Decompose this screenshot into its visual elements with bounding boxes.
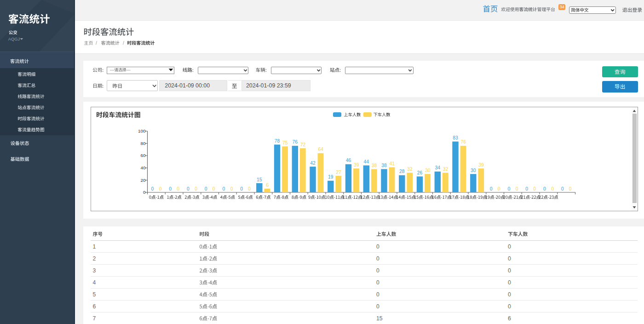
- svg-text:0: 0: [187, 186, 190, 191]
- svg-text:0: 0: [507, 186, 510, 191]
- svg-text:0: 0: [205, 186, 207, 191]
- svg-text:0: 0: [498, 186, 500, 191]
- svg-text:0: 0: [569, 186, 572, 191]
- svg-text:0: 0: [376, 255, 380, 262]
- svg-text:44: 44: [364, 159, 369, 164]
- svg-text:0: 0: [551, 186, 554, 191]
- svg-text:39: 39: [354, 162, 359, 168]
- svg-text:32: 32: [407, 167, 413, 172]
- svg-text:0: 0: [151, 186, 154, 191]
- svg-text:0: 0: [490, 186, 493, 191]
- svg-text:46: 46: [346, 158, 351, 163]
- svg-text:7: 7: [93, 315, 96, 322]
- svg-text:0: 0: [240, 186, 243, 191]
- svg-text:0: 0: [525, 186, 528, 191]
- svg-text:0: 0: [376, 243, 380, 250]
- svg-text:15: 15: [376, 315, 383, 322]
- svg-text:28: 28: [399, 169, 405, 174]
- svg-text:27: 27: [336, 170, 341, 175]
- svg-text:0: 0: [376, 267, 380, 274]
- svg-text:/: /: [96, 40, 97, 46]
- svg-text:1: 1: [93, 243, 96, 250]
- svg-text:30: 30: [425, 168, 431, 173]
- svg-text:0: 0: [159, 186, 162, 191]
- svg-text:78: 78: [275, 139, 280, 144]
- svg-text:0: 0: [543, 186, 546, 191]
- svg-text:0: 0: [177, 186, 179, 191]
- svg-text:76: 76: [293, 139, 298, 145]
- svg-text:75: 75: [282, 140, 288, 145]
- svg-text:0: 0: [143, 190, 146, 195]
- svg-text:26: 26: [417, 170, 423, 175]
- svg-text:32: 32: [443, 167, 448, 172]
- svg-text:19: 19: [328, 174, 334, 179]
- svg-text:0: 0: [230, 186, 233, 191]
- svg-text:20: 20: [141, 178, 146, 183]
- svg-text:0: 0: [533, 186, 536, 191]
- svg-text:72: 72: [300, 142, 306, 147]
- svg-text:0: 0: [376, 291, 380, 298]
- svg-text:100: 100: [138, 128, 146, 133]
- svg-text:34: 34: [435, 165, 441, 170]
- svg-text:6: 6: [266, 183, 269, 188]
- svg-text:80: 80: [141, 141, 146, 146]
- svg-text:0: 0: [169, 186, 172, 191]
- svg-text:64: 64: [318, 147, 323, 152]
- svg-text:/: /: [123, 40, 124, 46]
- svg-text:39: 39: [478, 162, 484, 168]
- svg-text:0: 0: [376, 279, 380, 286]
- svg-text:30: 30: [471, 168, 476, 173]
- svg-text:5: 5: [93, 291, 96, 298]
- svg-text:38: 38: [381, 163, 387, 168]
- svg-text:41: 41: [389, 161, 395, 166]
- svg-text:0: 0: [376, 303, 380, 310]
- svg-text:0: 0: [508, 243, 511, 250]
- svg-text:0: 0: [248, 186, 251, 191]
- svg-text:60: 60: [141, 153, 146, 158]
- svg-text:4: 4: [93, 279, 96, 286]
- svg-text:42: 42: [310, 161, 316, 166]
- svg-text:0: 0: [508, 255, 511, 262]
- svg-text:38: 38: [372, 163, 377, 168]
- svg-text:6: 6: [508, 315, 511, 322]
- svg-text:0: 0: [508, 291, 511, 298]
- svg-text:0: 0: [516, 186, 518, 191]
- svg-text:15: 15: [257, 177, 262, 182]
- svg-text:2: 2: [93, 255, 96, 262]
- svg-text:40: 40: [141, 165, 146, 170]
- svg-text:0: 0: [508, 279, 511, 286]
- svg-text:0: 0: [508, 267, 511, 274]
- svg-text:0: 0: [508, 303, 511, 310]
- svg-text:0: 0: [222, 186, 225, 191]
- svg-text:76: 76: [460, 139, 466, 145]
- svg-text:83: 83: [453, 135, 458, 140]
- svg-text:0: 0: [195, 186, 197, 191]
- svg-text:3: 3: [93, 267, 96, 274]
- svg-text:0: 0: [213, 186, 215, 191]
- svg-text:0: 0: [561, 186, 564, 191]
- svg-text:6: 6: [93, 303, 96, 310]
